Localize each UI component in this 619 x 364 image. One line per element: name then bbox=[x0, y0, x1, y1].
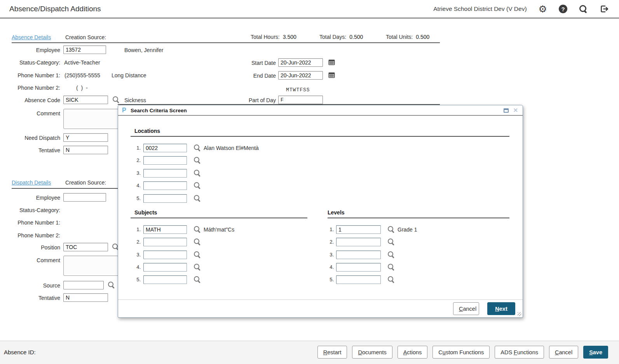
absence-status-label: Status-Category: bbox=[12, 59, 60, 66]
dispatch-details-link[interactable]: Dispatch Details bbox=[12, 179, 51, 186]
subject-4-input[interactable] bbox=[143, 263, 187, 272]
total-days-value: 0.500 bbox=[349, 34, 363, 40]
resize-handle[interactable] bbox=[518, 312, 521, 316]
level-5-search-icon[interactable] bbox=[387, 276, 395, 283]
level-2-input[interactable] bbox=[336, 238, 381, 246]
dispatch-position-input[interactable] bbox=[63, 243, 108, 251]
dispatch-source-search-icon[interactable] bbox=[108, 281, 115, 289]
absence-employee-input[interactable] bbox=[63, 45, 106, 54]
dispatch-phone1-label: Phone Number 1: bbox=[12, 219, 60, 226]
start-date-calendar-icon[interactable] bbox=[328, 59, 335, 65]
location-3-input[interactable] bbox=[143, 169, 187, 178]
location-2-input[interactable] bbox=[143, 156, 187, 165]
modal-title: Search Criteria Screen bbox=[131, 108, 187, 113]
subject-1-number: 1. bbox=[134, 226, 141, 232]
location-4-search-icon[interactable] bbox=[194, 182, 201, 189]
documents-button[interactable]: Documents bbox=[352, 346, 392, 359]
save-button[interactable]: Save bbox=[583, 346, 608, 359]
level-3-search-icon[interactable] bbox=[387, 251, 395, 258]
level-2-search-icon[interactable] bbox=[387, 238, 395, 246]
subject-3-number: 3. bbox=[134, 252, 141, 258]
end-date-input[interactable] bbox=[278, 71, 323, 80]
dispatch-comment-textarea[interactable] bbox=[63, 256, 119, 276]
modal-cancel-button[interactable]: Cancel bbox=[453, 302, 479, 315]
restart-button[interactable]: Restart bbox=[317, 346, 347, 359]
subject-1-input[interactable] bbox=[143, 225, 187, 234]
location-2-search-icon[interactable] bbox=[194, 157, 201, 164]
search-criteria-modal: P Search Criteria Screen ✕ Locations 1. … bbox=[118, 105, 523, 318]
location-5-search-icon[interactable] bbox=[194, 195, 201, 202]
total-days: Total Days:0.500 bbox=[319, 34, 363, 40]
start-date-input[interactable] bbox=[278, 58, 323, 67]
custom-functions-button[interactable]: Custom Functions bbox=[432, 346, 490, 359]
subjects-divider bbox=[131, 218, 307, 218]
level-1-input[interactable] bbox=[336, 225, 381, 234]
level-4-input[interactable] bbox=[336, 263, 381, 272]
level-1-number: 1. bbox=[328, 226, 334, 232]
absence-code-input[interactable] bbox=[63, 96, 108, 104]
dispatch-tentative-label: Tentative bbox=[12, 295, 60, 301]
subject-4-search-icon[interactable] bbox=[194, 263, 201, 271]
dispatch-employee-input[interactable] bbox=[63, 193, 106, 202]
close-icon[interactable]: ✕ bbox=[513, 107, 518, 114]
subjects-section-title: Subjects bbox=[134, 209, 157, 216]
absence-section-divider bbox=[12, 42, 440, 43]
absence-employee-name: Bowen, Jennifer bbox=[124, 47, 163, 53]
modal-next-button[interactable]: Next bbox=[487, 302, 515, 315]
location-1-desc: Alan Watson El#Mentà bbox=[204, 145, 259, 151]
total-hours: Total Hours:3.500 bbox=[251, 34, 296, 40]
header-search-icon[interactable] bbox=[579, 5, 588, 13]
part-of-day-input[interactable] bbox=[278, 96, 323, 104]
location-3-search-icon[interactable] bbox=[194, 169, 201, 177]
subject-1-desc: Máth'mat"Cs bbox=[204, 226, 234, 233]
need-dispatch-input[interactable] bbox=[63, 133, 108, 142]
account-name: Atrieve School District Dev (V Dev) bbox=[433, 5, 527, 12]
subject-5-input[interactable] bbox=[143, 275, 187, 284]
location-1-search-icon[interactable] bbox=[194, 144, 201, 152]
location-5-input[interactable] bbox=[143, 194, 187, 203]
level-3-input[interactable] bbox=[336, 251, 381, 259]
subject-1-search-icon[interactable] bbox=[194, 226, 201, 233]
absence-tentative-label: Tentative bbox=[12, 147, 60, 153]
locations-divider bbox=[131, 136, 509, 137]
level-4-search-icon[interactable] bbox=[387, 263, 395, 271]
total-hours-value: 3.500 bbox=[283, 34, 296, 40]
location-1-input[interactable] bbox=[143, 144, 187, 152]
level-1-search-icon[interactable] bbox=[387, 226, 395, 233]
dispatch-tentative-input[interactable] bbox=[63, 293, 108, 302]
actions-button[interactable]: Actions bbox=[398, 346, 428, 359]
sign-out-icon[interactable] bbox=[599, 4, 609, 14]
total-units-label: Total Units: bbox=[386, 34, 413, 40]
levels-section-title: Levels bbox=[328, 209, 345, 216]
level-3-number: 3. bbox=[328, 252, 334, 258]
absence-code-search-icon[interactable] bbox=[112, 96, 120, 103]
locations-section-title: Locations bbox=[134, 128, 160, 134]
footer-bar: Absence ID: Restart Documents Actions Cu… bbox=[0, 341, 619, 364]
absence-comment-label: Comment bbox=[12, 110, 60, 117]
part-of-day-label: Part of Day bbox=[239, 97, 276, 103]
total-days-label: Total Days: bbox=[319, 34, 346, 40]
subject-3-input[interactable] bbox=[143, 251, 187, 259]
ads-functions-button[interactable]: ADS Functions bbox=[495, 346, 544, 359]
end-date-calendar-icon[interactable] bbox=[328, 72, 335, 78]
subject-2-number: 2. bbox=[134, 239, 141, 245]
subject-5-search-icon[interactable] bbox=[194, 276, 201, 283]
cancel-button[interactable]: Cancel bbox=[549, 346, 578, 359]
settings-gear-icon[interactable]: ⚙ bbox=[539, 4, 547, 14]
location-4-input[interactable] bbox=[143, 181, 187, 190]
help-icon[interactable]: ? bbox=[559, 5, 567, 13]
dispatch-source-input[interactable] bbox=[63, 281, 104, 289]
subject-3-search-icon[interactable] bbox=[194, 251, 201, 258]
subject-2-search-icon[interactable] bbox=[194, 238, 201, 246]
absence-details-link[interactable]: Absence Details bbox=[12, 34, 51, 40]
absence-comment-textarea[interactable] bbox=[63, 109, 119, 129]
level-5-input[interactable] bbox=[336, 275, 381, 284]
modal-titlebar[interactable]: P Search Criteria Screen ✕ bbox=[118, 105, 523, 116]
dispatch-source-label: Source bbox=[12, 282, 60, 289]
absence-tentative-input[interactable] bbox=[63, 146, 108, 154]
maximize-icon[interactable] bbox=[504, 108, 509, 113]
dispatch-status-label: Status-Category: bbox=[12, 207, 60, 213]
absence-id-label: Absence ID: bbox=[4, 349, 36, 355]
subject-2-input[interactable] bbox=[143, 238, 187, 246]
dispatch-employee-label: Employee bbox=[12, 195, 60, 201]
